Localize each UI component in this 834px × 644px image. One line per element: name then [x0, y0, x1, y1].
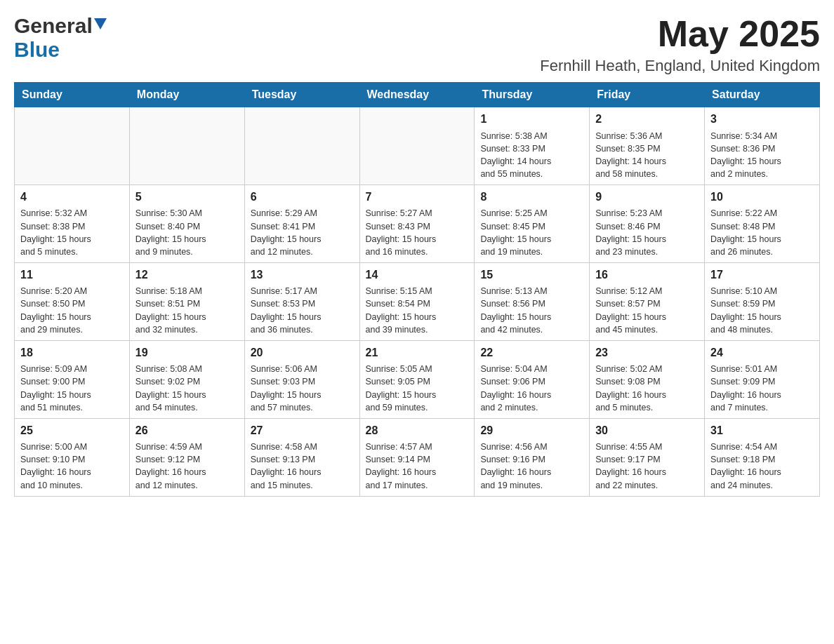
day-info: Sunrise: 5:34 AMSunset: 8:36 PMDaylight:…: [710, 130, 814, 181]
day-info: Sunrise: 5:30 AMSunset: 8:40 PMDaylight:…: [135, 207, 239, 258]
day-number: 13: [251, 267, 354, 283]
page-header: General Blue May 2025 Fernhill Heath, En…: [14, 14, 820, 75]
day-number: 29: [480, 423, 583, 438]
day-info: Sunrise: 4:54 AMSunset: 9:18 PMDaylight:…: [710, 441, 814, 492]
calendar-header-saturday: Saturday: [705, 83, 820, 107]
calendar-cell: 18Sunrise: 5:09 AMSunset: 9:00 PMDayligh…: [15, 340, 130, 418]
day-info: Sunrise: 5:32 AMSunset: 8:38 PMDaylight:…: [20, 207, 124, 258]
day-info: Sunrise: 4:57 AMSunset: 9:14 PMDaylight:…: [366, 441, 469, 492]
calendar-cell: 17Sunrise: 5:10 AMSunset: 8:59 PMDayligh…: [705, 262, 820, 340]
day-number: 18: [20, 345, 124, 361]
day-number: 28: [366, 423, 469, 438]
calendar-cell: 24Sunrise: 5:01 AMSunset: 9:09 PMDayligh…: [705, 340, 820, 418]
calendar-cell: 25Sunrise: 5:00 AMSunset: 9:10 PMDayligh…: [15, 418, 130, 496]
day-info: Sunrise: 5:29 AMSunset: 8:41 PMDaylight:…: [251, 207, 354, 258]
day-info: Sunrise: 4:59 AMSunset: 9:12 PMDaylight:…: [135, 441, 239, 492]
calendar-cell: 16Sunrise: 5:12 AMSunset: 8:57 PMDayligh…: [590, 262, 705, 340]
calendar-header-row: SundayMondayTuesdayWednesdayThursdayFrid…: [15, 83, 820, 107]
day-number: 21: [366, 345, 469, 361]
calendar-cell: 13Sunrise: 5:17 AMSunset: 8:53 PMDayligh…: [244, 262, 359, 340]
logo-general-text: General: [14, 14, 93, 38]
calendar-cell: [244, 107, 359, 185]
calendar-cell: 14Sunrise: 5:15 AMSunset: 8:54 PMDayligh…: [359, 262, 475, 340]
calendar-cell: 31Sunrise: 4:54 AMSunset: 9:18 PMDayligh…: [705, 418, 820, 496]
day-number: 17: [710, 267, 814, 283]
day-info: Sunrise: 5:06 AMSunset: 9:03 PMDaylight:…: [251, 363, 354, 414]
title-area: May 2025 Fernhill Heath, England, United…: [540, 14, 820, 75]
day-info: Sunrise: 5:15 AMSunset: 8:54 PMDaylight:…: [366, 285, 469, 336]
calendar-cell: 2Sunrise: 5:36 AMSunset: 8:35 PMDaylight…: [590, 107, 705, 185]
calendar-table: SundayMondayTuesdayWednesdayThursdayFrid…: [14, 82, 820, 496]
calendar-cell: 21Sunrise: 5:05 AMSunset: 9:05 PMDayligh…: [359, 340, 475, 418]
day-info: Sunrise: 5:04 AMSunset: 9:06 PMDaylight:…: [480, 363, 583, 414]
calendar-cell: 6Sunrise: 5:29 AMSunset: 8:41 PMDaylight…: [244, 185, 359, 263]
logo: General Blue: [14, 14, 107, 62]
day-number: 25: [20, 423, 124, 438]
day-info: Sunrise: 5:08 AMSunset: 9:02 PMDaylight:…: [135, 363, 239, 414]
day-info: Sunrise: 5:13 AMSunset: 8:56 PMDaylight:…: [480, 285, 583, 336]
month-title: May 2025: [540, 14, 820, 54]
calendar-header-wednesday: Wednesday: [359, 83, 475, 107]
calendar-cell: [15, 107, 130, 185]
logo-blue-text: Blue: [14, 38, 60, 62]
calendar-cell: 1Sunrise: 5:38 AMSunset: 8:33 PMDaylight…: [475, 107, 590, 185]
calendar-cell: 5Sunrise: 5:30 AMSunset: 8:40 PMDaylight…: [129, 185, 244, 263]
logo-triangle-icon: [94, 18, 107, 29]
day-info: Sunrise: 4:55 AMSunset: 9:17 PMDaylight:…: [595, 441, 699, 492]
day-number: 31: [710, 423, 814, 438]
day-number: 10: [710, 189, 814, 205]
calendar-cell: 22Sunrise: 5:04 AMSunset: 9:06 PMDayligh…: [475, 340, 590, 418]
calendar-header-sunday: Sunday: [15, 83, 130, 107]
calendar-header-thursday: Thursday: [475, 83, 590, 107]
day-info: Sunrise: 5:22 AMSunset: 8:48 PMDaylight:…: [710, 207, 814, 258]
calendar-cell: 19Sunrise: 5:08 AMSunset: 9:02 PMDayligh…: [129, 340, 244, 418]
calendar-cell: 4Sunrise: 5:32 AMSunset: 8:38 PMDaylight…: [15, 185, 130, 263]
day-info: Sunrise: 5:20 AMSunset: 8:50 PMDaylight:…: [20, 285, 124, 336]
calendar-week-1: 1Sunrise: 5:38 AMSunset: 8:33 PMDaylight…: [15, 107, 820, 185]
day-number: 12: [135, 267, 239, 283]
day-number: 6: [251, 189, 354, 205]
day-info: Sunrise: 5:17 AMSunset: 8:53 PMDaylight:…: [251, 285, 354, 336]
day-number: 4: [20, 189, 124, 205]
day-number: 19: [135, 345, 239, 361]
day-number: 26: [135, 423, 239, 438]
calendar-week-2: 4Sunrise: 5:32 AMSunset: 8:38 PMDaylight…: [15, 185, 820, 263]
calendar-week-5: 25Sunrise: 5:00 AMSunset: 9:10 PMDayligh…: [15, 418, 820, 496]
day-info: Sunrise: 4:56 AMSunset: 9:16 PMDaylight:…: [480, 441, 583, 492]
calendar-cell: [129, 107, 244, 185]
day-number: 14: [366, 267, 469, 283]
calendar-week-3: 11Sunrise: 5:20 AMSunset: 8:50 PMDayligh…: [15, 262, 820, 340]
calendar-cell: 3Sunrise: 5:34 AMSunset: 8:36 PMDaylight…: [705, 107, 820, 185]
calendar-cell: 8Sunrise: 5:25 AMSunset: 8:45 PMDaylight…: [475, 185, 590, 263]
day-number: 22: [480, 345, 583, 361]
day-number: 9: [595, 189, 699, 205]
day-number: 16: [595, 267, 699, 283]
day-number: 11: [20, 267, 124, 283]
day-info: Sunrise: 5:36 AMSunset: 8:35 PMDaylight:…: [595, 130, 699, 181]
day-info: Sunrise: 5:25 AMSunset: 8:45 PMDaylight:…: [480, 207, 583, 258]
day-info: Sunrise: 5:02 AMSunset: 9:08 PMDaylight:…: [595, 363, 699, 414]
day-number: 5: [135, 189, 239, 205]
calendar-cell: 30Sunrise: 4:55 AMSunset: 9:17 PMDayligh…: [590, 418, 705, 496]
day-info: Sunrise: 4:58 AMSunset: 9:13 PMDaylight:…: [251, 441, 354, 492]
day-info: Sunrise: 5:01 AMSunset: 9:09 PMDaylight:…: [710, 363, 814, 414]
day-info: Sunrise: 5:00 AMSunset: 9:10 PMDaylight:…: [20, 441, 124, 492]
day-number: 27: [251, 423, 354, 438]
calendar-cell: 9Sunrise: 5:23 AMSunset: 8:46 PMDaylight…: [590, 185, 705, 263]
calendar-header-friday: Friday: [590, 83, 705, 107]
day-info: Sunrise: 5:05 AMSunset: 9:05 PMDaylight:…: [366, 363, 469, 414]
calendar-week-4: 18Sunrise: 5:09 AMSunset: 9:00 PMDayligh…: [15, 340, 820, 418]
calendar-cell: 11Sunrise: 5:20 AMSunset: 8:50 PMDayligh…: [15, 262, 130, 340]
calendar-cell: 29Sunrise: 4:56 AMSunset: 9:16 PMDayligh…: [475, 418, 590, 496]
calendar-cell: 15Sunrise: 5:13 AMSunset: 8:56 PMDayligh…: [475, 262, 590, 340]
location-text: Fernhill Heath, England, United Kingdom: [540, 57, 820, 75]
day-number: 7: [366, 189, 469, 205]
calendar-cell: 20Sunrise: 5:06 AMSunset: 9:03 PMDayligh…: [244, 340, 359, 418]
day-number: 8: [480, 189, 583, 205]
day-info: Sunrise: 5:27 AMSunset: 8:43 PMDaylight:…: [366, 207, 469, 258]
calendar-cell: 26Sunrise: 4:59 AMSunset: 9:12 PMDayligh…: [129, 418, 244, 496]
day-number: 23: [595, 345, 699, 361]
calendar-cell: 7Sunrise: 5:27 AMSunset: 8:43 PMDaylight…: [359, 185, 475, 263]
day-number: 30: [595, 423, 699, 438]
day-number: 3: [710, 112, 814, 127]
